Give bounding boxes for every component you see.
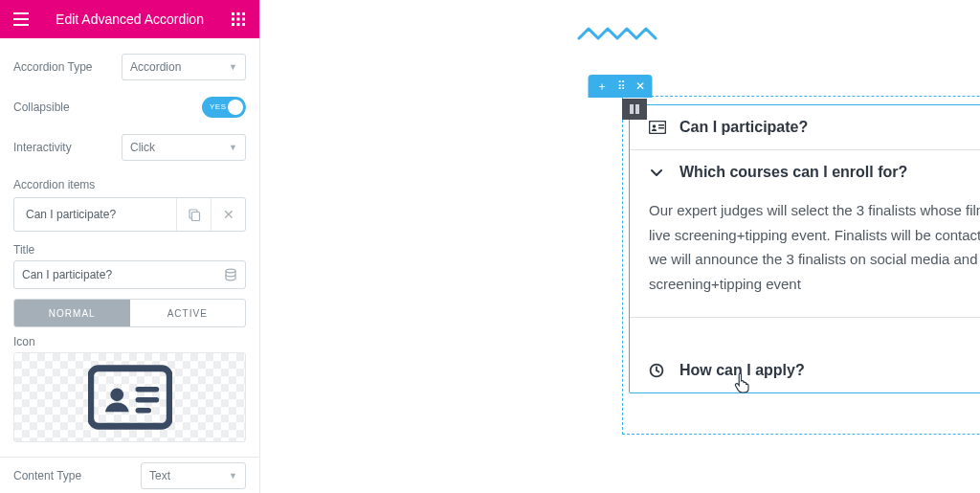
id-card-icon bbox=[649, 121, 666, 134]
accordion-type-select[interactable]: Accordion ▼ bbox=[122, 54, 246, 80]
interactivity-label: Interactivity bbox=[13, 141, 122, 154]
content-type-select[interactable]: Text ▼ bbox=[141, 462, 246, 489]
accordion-title: Which courses can I enroll for? bbox=[679, 164, 907, 181]
divider-zigzag-icon bbox=[577, 25, 663, 42]
preview-canvas: ＋ ⠿ ✕ Can I participate? bbox=[260, 0, 980, 493]
menu-icon[interactable] bbox=[10, 12, 33, 26]
dynamic-tags-icon[interactable] bbox=[220, 264, 241, 285]
drag-section-icon[interactable]: ⠿ bbox=[617, 79, 626, 93]
accordion-title: Can I participate? bbox=[679, 119, 808, 136]
svg-rect-8 bbox=[242, 23, 245, 26]
chevron-down-icon: ▼ bbox=[229, 62, 237, 72]
accordion-items-label: Accordion items bbox=[13, 178, 246, 191]
svg-rect-14 bbox=[135, 387, 159, 392]
state-tabs: NORMAL ACTIVE bbox=[13, 299, 246, 327]
svg-rect-0 bbox=[232, 12, 234, 15]
svg-point-13 bbox=[110, 388, 123, 401]
close-section-icon[interactable]: ✕ bbox=[635, 79, 645, 93]
title-input[interactable] bbox=[22, 268, 220, 281]
section-wrapper[interactable]: Can I participate? Which courses can I e… bbox=[622, 96, 980, 435]
accordion-item: How can I apply? bbox=[630, 348, 980, 392]
section-handle: ＋ ⠿ ✕ bbox=[589, 75, 653, 98]
accordion-title: How can I apply? bbox=[679, 362, 805, 379]
icon-field-label: Icon bbox=[13, 335, 246, 348]
accordion-item: Which courses can I enroll for? Our expe… bbox=[630, 150, 980, 318]
svg-rect-5 bbox=[242, 18, 245, 21]
chevron-down-icon bbox=[649, 165, 666, 180]
accordion-content: Our expert judges will select the 3 fina… bbox=[630, 194, 980, 317]
svg-rect-12 bbox=[90, 369, 169, 427]
svg-rect-2 bbox=[242, 12, 245, 15]
panel-title: Edit Advanced Accordion bbox=[33, 11, 227, 27]
collapsible-label: Collapsible bbox=[13, 101, 202, 114]
collapsible-toggle[interactable]: YES bbox=[202, 97, 246, 118]
tab-active[interactable]: ACTIVE bbox=[130, 300, 246, 326]
svg-rect-3 bbox=[232, 18, 234, 21]
svg-rect-16 bbox=[135, 408, 151, 414]
icon-preview[interactable] bbox=[13, 352, 246, 442]
svg-rect-17 bbox=[630, 104, 634, 114]
accordion-item-row[interactable]: Can I participate? ✕ bbox=[13, 197, 246, 232]
column-handle-icon[interactable] bbox=[622, 99, 647, 120]
accordion-type-label: Accordion Type bbox=[13, 60, 122, 74]
accordion-header[interactable]: Can I participate? bbox=[630, 105, 980, 149]
svg-rect-15 bbox=[135, 397, 159, 403]
svg-rect-4 bbox=[237, 18, 240, 21]
svg-point-11 bbox=[226, 269, 235, 273]
svg-rect-10 bbox=[191, 213, 199, 221]
accordion-header[interactable]: How can I apply? bbox=[630, 348, 980, 392]
chevron-down-icon: ▼ bbox=[229, 143, 237, 152]
close-icon[interactable]: ✕ bbox=[211, 198, 245, 231]
editor-sidebar: Edit Advanced Accordion Accordion Type A… bbox=[0, 0, 260, 493]
add-section-icon[interactable]: ＋ bbox=[596, 78, 608, 95]
apps-icon[interactable] bbox=[227, 12, 250, 26]
title-field-label: Title bbox=[13, 243, 246, 257]
accordion-widget: Can I participate? Which courses can I e… bbox=[629, 104, 980, 393]
chevron-down-icon: ▼ bbox=[229, 471, 237, 481]
svg-rect-18 bbox=[635, 104, 639, 114]
accordion-item-title: Can I participate? bbox=[14, 208, 176, 221]
svg-rect-21 bbox=[658, 124, 664, 126]
svg-point-20 bbox=[653, 124, 657, 128]
accordion-item: Can I participate? bbox=[630, 105, 980, 150]
content-type-label: Content Type bbox=[13, 469, 141, 482]
duplicate-icon[interactable] bbox=[176, 198, 211, 231]
accordion-header[interactable]: Which courses can I enroll for? bbox=[630, 150, 980, 194]
sidebar-header: Edit Advanced Accordion bbox=[0, 0, 259, 38]
svg-rect-7 bbox=[237, 23, 240, 26]
svg-rect-22 bbox=[658, 127, 664, 129]
svg-rect-1 bbox=[237, 12, 240, 15]
clock-icon bbox=[649, 363, 666, 378]
svg-rect-6 bbox=[232, 23, 234, 26]
tab-normal[interactable]: NORMAL bbox=[14, 300, 130, 326]
interactivity-select[interactable]: Click ▼ bbox=[122, 134, 246, 161]
